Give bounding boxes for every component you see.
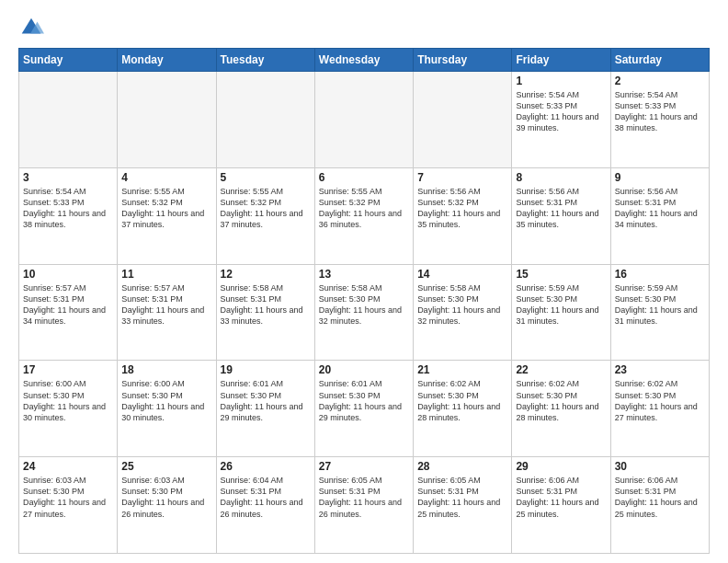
day-number: 12 bbox=[221, 268, 311, 281]
day-info: Sunrise: 5:57 AMSunset: 5:31 PMDaylight:… bbox=[23, 282, 113, 327]
weekday-header-friday: Friday bbox=[512, 49, 610, 72]
day-number: 6 bbox=[319, 171, 409, 184]
day-number: 21 bbox=[417, 363, 507, 376]
day-cell: 10Sunrise: 5:57 AMSunset: 5:31 PMDayligh… bbox=[19, 264, 118, 361]
day-cell: 28Sunrise: 6:05 AMSunset: 5:31 PMDayligh… bbox=[414, 457, 512, 554]
day-info: Sunrise: 6:01 AMSunset: 5:30 PMDaylight:… bbox=[319, 378, 409, 423]
day-info: Sunrise: 5:55 AMSunset: 5:32 PMDaylight:… bbox=[221, 186, 311, 231]
day-info: Sunrise: 6:06 AMSunset: 5:31 PMDaylight:… bbox=[516, 475, 606, 520]
day-cell: 24Sunrise: 6:03 AMSunset: 5:30 PMDayligh… bbox=[19, 457, 118, 554]
day-number: 13 bbox=[319, 268, 409, 281]
day-number: 5 bbox=[221, 171, 311, 184]
weekday-header-tuesday: Tuesday bbox=[216, 49, 314, 72]
day-info: Sunrise: 5:58 AMSunset: 5:30 PMDaylight:… bbox=[319, 282, 409, 327]
day-number: 10 bbox=[23, 268, 113, 281]
day-number: 15 bbox=[516, 268, 606, 281]
day-cell: 29Sunrise: 6:06 AMSunset: 5:31 PMDayligh… bbox=[512, 457, 610, 554]
day-number: 30 bbox=[615, 460, 705, 473]
day-info: Sunrise: 5:59 AMSunset: 5:30 PMDaylight:… bbox=[516, 282, 606, 327]
day-info: Sunrise: 6:03 AMSunset: 5:30 PMDaylight:… bbox=[121, 475, 211, 520]
day-cell: 5Sunrise: 5:55 AMSunset: 5:32 PMDaylight… bbox=[216, 167, 314, 264]
day-cell: 9Sunrise: 5:56 AMSunset: 5:31 PMDaylight… bbox=[610, 167, 709, 264]
header bbox=[18, 15, 710, 40]
calendar-table: SundayMondayTuesdayWednesdayThursdayFrid… bbox=[18, 48, 710, 554]
day-info: Sunrise: 5:54 AMSunset: 5:33 PMDaylight:… bbox=[615, 89, 705, 134]
day-number: 17 bbox=[23, 363, 113, 376]
day-cell: 14Sunrise: 5:58 AMSunset: 5:30 PMDayligh… bbox=[414, 264, 512, 361]
day-cell: 4Sunrise: 5:55 AMSunset: 5:32 PMDaylight… bbox=[118, 167, 216, 264]
day-cell: 12Sunrise: 5:58 AMSunset: 5:31 PMDayligh… bbox=[216, 264, 314, 361]
weekday-header-monday: Monday bbox=[118, 49, 216, 72]
logo bbox=[18, 15, 48, 40]
day-info: Sunrise: 5:57 AMSunset: 5:31 PMDaylight:… bbox=[121, 282, 211, 327]
day-number: 7 bbox=[417, 171, 507, 184]
day-cell bbox=[414, 72, 512, 168]
day-cell: 26Sunrise: 6:04 AMSunset: 5:31 PMDayligh… bbox=[216, 457, 314, 554]
day-info: Sunrise: 6:05 AMSunset: 5:31 PMDaylight:… bbox=[417, 475, 507, 520]
day-info: Sunrise: 6:03 AMSunset: 5:30 PMDaylight:… bbox=[23, 475, 113, 520]
day-info: Sunrise: 5:55 AMSunset: 5:32 PMDaylight:… bbox=[121, 186, 211, 231]
day-number: 29 bbox=[516, 460, 606, 473]
day-cell: 2Sunrise: 5:54 AMSunset: 5:33 PMDaylight… bbox=[610, 72, 709, 168]
day-cell: 23Sunrise: 6:02 AMSunset: 5:30 PMDayligh… bbox=[610, 361, 709, 457]
week-row-1: 1Sunrise: 5:54 AMSunset: 5:33 PMDaylight… bbox=[19, 72, 710, 168]
day-cell: 8Sunrise: 5:56 AMSunset: 5:31 PMDaylight… bbox=[512, 167, 610, 264]
day-number: 3 bbox=[23, 171, 113, 184]
day-info: Sunrise: 6:02 AMSunset: 5:30 PMDaylight:… bbox=[615, 378, 705, 423]
day-info: Sunrise: 5:56 AMSunset: 5:31 PMDaylight:… bbox=[516, 186, 606, 231]
day-number: 26 bbox=[221, 460, 311, 473]
day-number: 14 bbox=[417, 268, 507, 281]
day-cell: 17Sunrise: 6:00 AMSunset: 5:30 PMDayligh… bbox=[19, 361, 118, 457]
weekday-header-row: SundayMondayTuesdayWednesdayThursdayFrid… bbox=[19, 49, 710, 72]
weekday-header-sunday: Sunday bbox=[19, 49, 118, 72]
day-cell: 11Sunrise: 5:57 AMSunset: 5:31 PMDayligh… bbox=[118, 264, 216, 361]
day-info: Sunrise: 5:56 AMSunset: 5:32 PMDaylight:… bbox=[417, 186, 507, 231]
day-cell: 1Sunrise: 5:54 AMSunset: 5:33 PMDaylight… bbox=[512, 72, 610, 168]
day-info: Sunrise: 5:58 AMSunset: 5:31 PMDaylight:… bbox=[221, 282, 311, 327]
day-number: 25 bbox=[121, 460, 211, 473]
day-info: Sunrise: 5:54 AMSunset: 5:33 PMDaylight:… bbox=[516, 89, 606, 134]
day-info: Sunrise: 5:54 AMSunset: 5:33 PMDaylight:… bbox=[23, 186, 113, 231]
day-number: 20 bbox=[319, 363, 409, 376]
week-row-3: 10Sunrise: 5:57 AMSunset: 5:31 PMDayligh… bbox=[19, 264, 710, 361]
page: SundayMondayTuesdayWednesdayThursdayFrid… bbox=[0, 0, 728, 563]
day-cell: 6Sunrise: 5:55 AMSunset: 5:32 PMDaylight… bbox=[314, 167, 413, 264]
day-number: 24 bbox=[23, 460, 113, 473]
day-cell: 18Sunrise: 6:00 AMSunset: 5:30 PMDayligh… bbox=[118, 361, 216, 457]
day-info: Sunrise: 6:04 AMSunset: 5:31 PMDaylight:… bbox=[221, 475, 311, 520]
day-info: Sunrise: 6:00 AMSunset: 5:30 PMDaylight:… bbox=[23, 378, 113, 423]
day-cell: 3Sunrise: 5:54 AMSunset: 5:33 PMDaylight… bbox=[19, 167, 118, 264]
day-info: Sunrise: 5:59 AMSunset: 5:30 PMDaylight:… bbox=[615, 282, 705, 327]
day-cell bbox=[118, 72, 216, 168]
day-info: Sunrise: 6:06 AMSunset: 5:31 PMDaylight:… bbox=[615, 475, 705, 520]
day-cell: 25Sunrise: 6:03 AMSunset: 5:30 PMDayligh… bbox=[118, 457, 216, 554]
weekday-header-wednesday: Wednesday bbox=[314, 49, 413, 72]
day-number: 16 bbox=[615, 268, 705, 281]
day-info: Sunrise: 5:55 AMSunset: 5:32 PMDaylight:… bbox=[319, 186, 409, 231]
day-cell bbox=[314, 72, 413, 168]
day-number: 27 bbox=[319, 460, 409, 473]
day-number: 28 bbox=[417, 460, 507, 473]
day-cell: 20Sunrise: 6:01 AMSunset: 5:30 PMDayligh… bbox=[314, 361, 413, 457]
day-cell bbox=[216, 72, 314, 168]
day-info: Sunrise: 6:01 AMSunset: 5:30 PMDaylight:… bbox=[221, 378, 311, 423]
day-number: 2 bbox=[615, 75, 705, 87]
day-number: 19 bbox=[221, 363, 311, 376]
day-cell: 19Sunrise: 6:01 AMSunset: 5:30 PMDayligh… bbox=[216, 361, 314, 457]
day-cell: 16Sunrise: 5:59 AMSunset: 5:30 PMDayligh… bbox=[610, 264, 709, 361]
day-cell: 13Sunrise: 5:58 AMSunset: 5:30 PMDayligh… bbox=[314, 264, 413, 361]
week-row-2: 3Sunrise: 5:54 AMSunset: 5:33 PMDaylight… bbox=[19, 167, 710, 264]
day-info: Sunrise: 6:02 AMSunset: 5:30 PMDaylight:… bbox=[516, 378, 606, 423]
day-number: 22 bbox=[516, 363, 606, 376]
day-number: 11 bbox=[121, 268, 211, 281]
day-cell: 7Sunrise: 5:56 AMSunset: 5:32 PMDaylight… bbox=[414, 167, 512, 264]
day-info: Sunrise: 6:00 AMSunset: 5:30 PMDaylight:… bbox=[121, 378, 211, 423]
day-cell: 15Sunrise: 5:59 AMSunset: 5:30 PMDayligh… bbox=[512, 264, 610, 361]
day-number: 23 bbox=[615, 363, 705, 376]
day-number: 8 bbox=[516, 171, 606, 184]
day-number: 1 bbox=[516, 75, 606, 87]
day-info: Sunrise: 5:58 AMSunset: 5:30 PMDaylight:… bbox=[417, 282, 507, 327]
weekday-header-saturday: Saturday bbox=[610, 49, 709, 72]
day-number: 4 bbox=[121, 171, 211, 184]
week-row-4: 17Sunrise: 6:00 AMSunset: 5:30 PMDayligh… bbox=[19, 361, 710, 457]
